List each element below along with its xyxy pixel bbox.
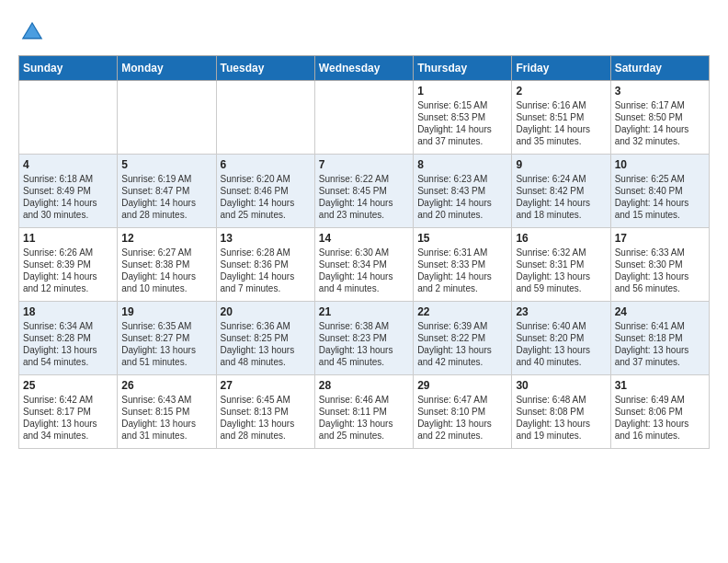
- day-number: 9: [516, 158, 606, 171]
- weekday-header-tuesday: Tuesday: [216, 56, 314, 81]
- day-number: 23: [516, 305, 606, 318]
- day-info: Sunrise: 6:23 AM Sunset: 8:43 PM Dayligh…: [417, 173, 507, 221]
- day-number: 12: [121, 232, 211, 245]
- day-number: 20: [221, 305, 311, 318]
- day-number: 1: [417, 85, 507, 98]
- day-number: 27: [221, 379, 311, 392]
- day-cell: [314, 81, 413, 155]
- weekday-header-wednesday: Wednesday: [314, 56, 413, 81]
- day-info: Sunrise: 6:42 AM Sunset: 8:17 PM Dayligh…: [23, 394, 113, 442]
- day-number: 8: [417, 158, 507, 171]
- day-cell: 4Sunrise: 6:18 AM Sunset: 8:49 PM Daylig…: [19, 155, 118, 228]
- weekday-header-monday: Monday: [118, 56, 216, 81]
- day-cell: 8Sunrise: 6:23 AM Sunset: 8:43 PM Daylig…: [414, 155, 512, 228]
- day-cell: 27Sunrise: 6:45 AM Sunset: 8:13 PM Dayli…: [216, 375, 314, 449]
- day-info: Sunrise: 6:38 AM Sunset: 8:23 PM Dayligh…: [319, 320, 409, 368]
- day-cell: [19, 81, 118, 155]
- day-info: Sunrise: 6:16 AM Sunset: 8:51 PM Dayligh…: [516, 99, 606, 147]
- week-row-1: 1Sunrise: 6:15 AM Sunset: 8:53 PM Daylig…: [19, 81, 710, 155]
- day-cell: 26Sunrise: 6:43 AM Sunset: 8:15 PM Dayli…: [118, 375, 216, 449]
- day-number: 15: [417, 232, 507, 245]
- day-number: 4: [23, 158, 113, 171]
- day-cell: 23Sunrise: 6:40 AM Sunset: 8:20 PM Dayli…: [512, 302, 610, 375]
- day-info: Sunrise: 6:39 AM Sunset: 8:22 PM Dayligh…: [417, 320, 507, 368]
- day-number: 28: [319, 379, 409, 392]
- day-cell: 21Sunrise: 6:38 AM Sunset: 8:23 PM Dayli…: [314, 302, 413, 375]
- day-number: 31: [615, 379, 705, 392]
- header: [18, 18, 710, 46]
- day-info: Sunrise: 6:34 AM Sunset: 8:28 PM Dayligh…: [23, 320, 113, 368]
- day-info: Sunrise: 6:17 AM Sunset: 8:50 PM Dayligh…: [615, 99, 705, 147]
- day-number: 16: [516, 232, 606, 245]
- day-info: Sunrise: 6:43 AM Sunset: 8:15 PM Dayligh…: [121, 394, 211, 442]
- day-info: Sunrise: 6:48 AM Sunset: 8:08 PM Dayligh…: [516, 394, 606, 442]
- day-info: Sunrise: 6:24 AM Sunset: 8:42 PM Dayligh…: [516, 173, 606, 221]
- day-cell: 31Sunrise: 6:49 AM Sunset: 8:06 PM Dayli…: [610, 375, 709, 449]
- day-number: 17: [615, 232, 705, 245]
- day-info: Sunrise: 6:35 AM Sunset: 8:27 PM Dayligh…: [121, 320, 211, 368]
- day-cell: 5Sunrise: 6:19 AM Sunset: 8:47 PM Daylig…: [118, 155, 216, 228]
- day-cell: 6Sunrise: 6:20 AM Sunset: 8:46 PM Daylig…: [216, 155, 314, 228]
- day-number: 22: [417, 305, 507, 318]
- day-number: 13: [221, 232, 311, 245]
- week-row-2: 4Sunrise: 6:18 AM Sunset: 8:49 PM Daylig…: [19, 155, 710, 228]
- day-cell: 20Sunrise: 6:36 AM Sunset: 8:25 PM Dayli…: [216, 302, 314, 375]
- day-number: 5: [121, 158, 211, 171]
- day-cell: 29Sunrise: 6:47 AM Sunset: 8:10 PM Dayli…: [414, 375, 512, 449]
- day-number: 11: [23, 232, 113, 245]
- week-row-5: 25Sunrise: 6:42 AM Sunset: 8:17 PM Dayli…: [19, 375, 710, 449]
- day-cell: 16Sunrise: 6:32 AM Sunset: 8:31 PM Dayli…: [512, 228, 610, 302]
- day-cell: 18Sunrise: 6:34 AM Sunset: 8:28 PM Dayli…: [19, 302, 118, 375]
- day-cell: 11Sunrise: 6:26 AM Sunset: 8:39 PM Dayli…: [19, 228, 118, 302]
- day-number: 26: [121, 379, 211, 392]
- day-cell: 15Sunrise: 6:31 AM Sunset: 8:33 PM Dayli…: [414, 228, 512, 302]
- day-number: 6: [221, 158, 311, 171]
- day-cell: 24Sunrise: 6:41 AM Sunset: 8:18 PM Dayli…: [610, 302, 709, 375]
- weekday-header-saturday: Saturday: [610, 56, 709, 81]
- day-cell: [118, 81, 216, 155]
- logo: [18, 18, 50, 46]
- week-row-3: 11Sunrise: 6:26 AM Sunset: 8:39 PM Dayli…: [19, 228, 710, 302]
- day-info: Sunrise: 6:18 AM Sunset: 8:49 PM Dayligh…: [23, 173, 113, 221]
- day-info: Sunrise: 6:15 AM Sunset: 8:53 PM Dayligh…: [417, 99, 507, 147]
- day-info: Sunrise: 6:33 AM Sunset: 8:30 PM Dayligh…: [615, 247, 705, 294]
- day-info: Sunrise: 6:28 AM Sunset: 8:36 PM Dayligh…: [221, 247, 311, 294]
- day-number: 19: [121, 305, 211, 318]
- day-cell: 17Sunrise: 6:33 AM Sunset: 8:30 PM Dayli…: [610, 228, 709, 302]
- day-info: Sunrise: 6:32 AM Sunset: 8:31 PM Dayligh…: [516, 247, 606, 294]
- day-info: Sunrise: 6:40 AM Sunset: 8:20 PM Dayligh…: [516, 320, 606, 368]
- day-cell: 28Sunrise: 6:46 AM Sunset: 8:11 PM Dayli…: [314, 375, 413, 449]
- day-number: 3: [615, 85, 705, 98]
- day-number: 2: [516, 85, 606, 98]
- day-cell: 7Sunrise: 6:22 AM Sunset: 8:45 PM Daylig…: [314, 155, 413, 228]
- day-cell: 25Sunrise: 6:42 AM Sunset: 8:17 PM Dayli…: [19, 375, 118, 449]
- day-info: Sunrise: 6:19 AM Sunset: 8:47 PM Dayligh…: [121, 173, 211, 221]
- day-number: 30: [516, 379, 606, 392]
- weekday-header-sunday: Sunday: [19, 56, 118, 81]
- day-cell: 9Sunrise: 6:24 AM Sunset: 8:42 PM Daylig…: [512, 155, 610, 228]
- weekday-header-thursday: Thursday: [414, 56, 512, 81]
- day-info: Sunrise: 6:31 AM Sunset: 8:33 PM Dayligh…: [417, 247, 507, 294]
- day-info: Sunrise: 6:22 AM Sunset: 8:45 PM Dayligh…: [319, 173, 409, 221]
- day-cell: 10Sunrise: 6:25 AM Sunset: 8:40 PM Dayli…: [610, 155, 709, 228]
- day-cell: 22Sunrise: 6:39 AM Sunset: 8:22 PM Dayli…: [414, 302, 512, 375]
- day-info: Sunrise: 6:26 AM Sunset: 8:39 PM Dayligh…: [23, 247, 113, 294]
- weekday-header-row: SundayMondayTuesdayWednesdayThursdayFrid…: [19, 56, 710, 81]
- day-cell: 13Sunrise: 6:28 AM Sunset: 8:36 PM Dayli…: [216, 228, 314, 302]
- day-number: 18: [23, 305, 113, 318]
- day-cell: 1Sunrise: 6:15 AM Sunset: 8:53 PM Daylig…: [414, 81, 512, 155]
- day-info: Sunrise: 6:46 AM Sunset: 8:11 PM Dayligh…: [319, 394, 409, 442]
- day-info: Sunrise: 6:47 AM Sunset: 8:10 PM Dayligh…: [417, 394, 507, 442]
- day-info: Sunrise: 6:36 AM Sunset: 8:25 PM Dayligh…: [221, 320, 311, 368]
- logo-icon: [18, 18, 46, 46]
- day-info: Sunrise: 6:41 AM Sunset: 8:18 PM Dayligh…: [615, 320, 705, 368]
- day-info: Sunrise: 6:49 AM Sunset: 8:06 PM Dayligh…: [615, 394, 705, 442]
- day-number: 21: [319, 305, 409, 318]
- day-number: 24: [615, 305, 705, 318]
- day-cell: 2Sunrise: 6:16 AM Sunset: 8:51 PM Daylig…: [512, 81, 610, 155]
- day-info: Sunrise: 6:27 AM Sunset: 8:38 PM Dayligh…: [121, 247, 211, 294]
- day-info: Sunrise: 6:45 AM Sunset: 8:13 PM Dayligh…: [221, 394, 311, 442]
- day-cell: 19Sunrise: 6:35 AM Sunset: 8:27 PM Dayli…: [118, 302, 216, 375]
- day-number: 25: [23, 379, 113, 392]
- calendar-table: SundayMondayTuesdayWednesdayThursdayFrid…: [18, 55, 710, 449]
